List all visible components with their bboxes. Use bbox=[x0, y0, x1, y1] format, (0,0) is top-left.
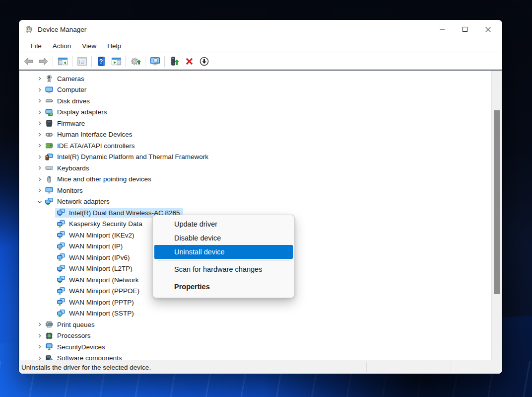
show-console-tree-icon bbox=[57, 56, 68, 67]
context-menu-item-disable-device[interactable]: Disable device bbox=[154, 231, 293, 245]
network-adapter-icon bbox=[57, 287, 65, 295]
uninstall-device-button[interactable] bbox=[182, 55, 197, 69]
tree-item-target[interactable]: Firmware bbox=[43, 119, 88, 128]
tree-item-target[interactable]: WAN Miniport (Network bbox=[55, 275, 142, 285]
tree-item-label: Display adapters bbox=[57, 108, 107, 116]
tree-item-target[interactable]: WAN Miniport (PPTP) bbox=[55, 298, 137, 307]
minimize-button[interactable] bbox=[431, 20, 454, 39]
chevron-right-icon[interactable] bbox=[36, 321, 43, 328]
tree-item-target[interactable]: SecurityDevices bbox=[43, 342, 108, 352]
tree-item-target[interactable]: Kaspersky Security Data bbox=[55, 219, 145, 229]
tree-item-target[interactable]: Computer bbox=[43, 85, 89, 94]
context-menu-item-label: Uninstall device bbox=[154, 248, 225, 256]
forward-icon bbox=[38, 56, 49, 67]
update-driver-gear-button[interactable] bbox=[128, 55, 143, 69]
processor-icon bbox=[45, 332, 53, 340]
show-console-tree-button[interactable] bbox=[55, 55, 70, 69]
tree-item-target[interactable]: Processors bbox=[43, 331, 94, 340]
action-pane-button[interactable] bbox=[109, 55, 124, 69]
context-menu-item-properties[interactable]: Properties bbox=[154, 280, 293, 294]
network-adapter-icon bbox=[57, 220, 65, 228]
network-adapter-icon bbox=[57, 209, 65, 217]
chevron-right-icon[interactable] bbox=[36, 109, 43, 116]
window-title: Device Manager bbox=[38, 26, 86, 33]
tree-item-label: WAN Miniport (PPTP) bbox=[69, 299, 134, 306]
chevron-right-icon[interactable] bbox=[36, 154, 43, 160]
tree-item-target[interactable]: Intel(R) Dynamic Platform and Thermal Fr… bbox=[43, 152, 211, 161]
chevron-right-icon[interactable] bbox=[36, 343, 43, 350]
tree-item-target[interactable]: Disk drives bbox=[43, 96, 93, 106]
tree-item-securitydevices: SecurityDevices bbox=[19, 341, 491, 353]
tree-item-mice-and-other-pointing-devices: Mice and other pointing devices bbox=[19, 174, 491, 185]
tree-item-cameras: Cameras bbox=[19, 73, 491, 84]
tree-item-label: Human Interface Devices bbox=[57, 131, 133, 138]
chevron-right-icon[interactable] bbox=[36, 164, 43, 171]
chevron-right-icon[interactable] bbox=[36, 332, 43, 339]
context-menu-item-label: Update driver bbox=[154, 220, 217, 228]
context-menu-separator bbox=[158, 278, 289, 278]
device-manager-app-icon bbox=[25, 25, 33, 33]
properties-window-icon bbox=[76, 56, 88, 67]
context-menu-item-scan-for-hardware-changes[interactable]: Scan for hardware changes bbox=[154, 262, 293, 276]
tree-item-target[interactable]: WAN Miniport (IKEv2) bbox=[55, 231, 137, 240]
chevron-right-icon[interactable] bbox=[36, 187, 43, 194]
disk-drive-icon bbox=[45, 97, 53, 105]
update-driver-device-button[interactable] bbox=[167, 55, 182, 69]
menu-item-action[interactable]: Action bbox=[48, 41, 76, 51]
chevron-right-icon[interactable] bbox=[36, 97, 43, 104]
tree-item-target[interactable]: WAN Miniport (IP) bbox=[55, 241, 126, 251]
tree-item-target[interactable]: Print queues bbox=[43, 320, 98, 329]
chevron-right-icon[interactable] bbox=[36, 176, 43, 183]
chevron-down-icon[interactable] bbox=[36, 198, 43, 205]
update-driver-device-icon bbox=[169, 56, 180, 67]
tree-item-label: WAN Miniport (IPv6) bbox=[69, 254, 130, 261]
context-menu-item-update-driver[interactable]: Update driver bbox=[154, 217, 293, 231]
network-adapter-icon bbox=[57, 253, 65, 261]
menu-item-file[interactable]: File bbox=[26, 41, 47, 51]
tree-item-target[interactable]: Cameras bbox=[43, 74, 87, 83]
tree-item-target[interactable]: Keyboards bbox=[43, 163, 92, 173]
close-button[interactable] bbox=[476, 20, 499, 39]
menu-item-view[interactable]: View bbox=[77, 41, 101, 51]
tree-item-target[interactable]: Monitors bbox=[43, 186, 86, 195]
tree-item-target[interactable]: Display adapters bbox=[43, 107, 110, 117]
chevron-right-icon[interactable] bbox=[36, 75, 43, 82]
tree-item-label: WAN Miniport (Network bbox=[69, 276, 139, 284]
vertical-scrollbar[interactable] bbox=[491, 71, 502, 360]
tree-item-label: IDE ATA/ATAPI controllers bbox=[57, 142, 135, 150]
disable-device-button[interactable] bbox=[197, 55, 211, 69]
tree-item-target[interactable]: Human Interface Devices bbox=[43, 130, 135, 139]
chevron-right-icon[interactable] bbox=[36, 142, 43, 149]
tree-item-target[interactable]: Network adapters bbox=[43, 197, 113, 206]
toolbar-separator bbox=[145, 56, 145, 67]
scan-hardware-button[interactable] bbox=[147, 55, 162, 69]
tree-item-target[interactable]: Mice and other pointing devices bbox=[43, 174, 154, 184]
hid-icon bbox=[45, 131, 53, 139]
context-menu-item-uninstall-device[interactable]: Uninstall device bbox=[154, 245, 293, 259]
network-adapter-icon bbox=[57, 242, 65, 250]
tree-item-target[interactable]: IDE ATA/ATAPI controllers bbox=[43, 141, 138, 151]
help-button[interactable]: ? bbox=[94, 55, 109, 69]
tree-item-label: Mice and other pointing devices bbox=[57, 175, 151, 183]
tree-item-target[interactable]: WAN Miniport (IPv6) bbox=[55, 253, 133, 262]
status-bar: Uninstalls the driver for the selected d… bbox=[19, 360, 502, 374]
chevron-right-icon[interactable] bbox=[36, 86, 43, 93]
tree-item-target[interactable]: Software components bbox=[43, 353, 125, 360]
tree-item-ide-ata-atapi-controllers: IDE ATA/ATAPI controllers bbox=[19, 140, 491, 152]
scrollbar-thumb[interactable] bbox=[494, 110, 500, 294]
tree-item-target[interactable]: WAN Miniport (SSTP) bbox=[55, 309, 137, 318]
tree-item-target[interactable]: WAN Miniport (L2TP) bbox=[55, 264, 135, 273]
menu-item-help[interactable]: Help bbox=[102, 41, 126, 51]
forward-button[interactable] bbox=[36, 55, 51, 69]
computer-icon bbox=[45, 86, 53, 94]
tree-item-processors: Processors bbox=[19, 330, 491, 342]
properties-window-button[interactable] bbox=[74, 55, 89, 69]
status-text: Uninstalls the driver for the selected d… bbox=[19, 364, 151, 371]
tree-item-target[interactable]: WAN Miniport (PPPOE) bbox=[55, 286, 142, 296]
chevron-right-icon[interactable] bbox=[36, 355, 43, 360]
chevron-right-icon[interactable] bbox=[36, 131, 43, 138]
chevron-right-icon[interactable] bbox=[36, 120, 43, 127]
mouse-icon bbox=[45, 175, 53, 183]
back-button[interactable] bbox=[21, 55, 36, 69]
maximize-button[interactable] bbox=[454, 20, 476, 39]
